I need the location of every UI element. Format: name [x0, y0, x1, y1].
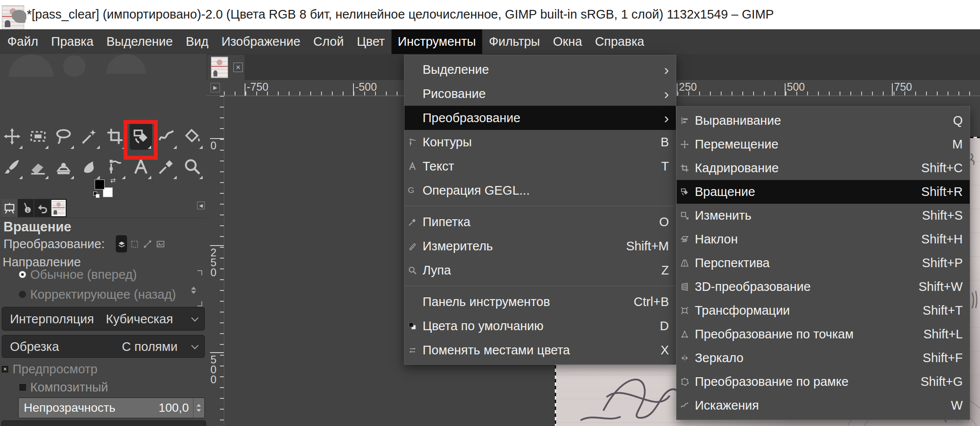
tools-menu-item-default-colors[interactable]: Цвета по умолчаниюD — [404, 314, 676, 338]
zoom-icon — [183, 158, 201, 176]
menubar-item-image[interactable]: Изображение — [215, 29, 307, 54]
menu-item-label: Лупа — [423, 263, 655, 278]
menubar-item-colors[interactable]: Цвет — [350, 29, 391, 54]
interpolation-dropdown[interactable]: Интерполяция Кубическая — [2, 307, 205, 331]
menubar-item-layer[interactable]: Слой — [307, 29, 350, 54]
menubar-item-edit[interactable]: Правка — [45, 29, 100, 54]
tool-crop[interactable] — [104, 123, 126, 150]
menu-item-shortcut: Shift+M — [626, 239, 669, 253]
layer-icon — [117, 240, 126, 249]
submenu-arrow-icon: › — [664, 63, 669, 76]
shear-icon — [680, 234, 695, 245]
tool-clone[interactable] — [52, 153, 75, 180]
tool-free-select[interactable] — [52, 123, 75, 150]
unified-icon — [680, 306, 695, 316]
undo-icon — [36, 202, 49, 215]
dock-tab-device-status[interactable] — [18, 199, 34, 217]
foreground-color-swatch[interactable] — [95, 180, 105, 189]
menubar-item-filters[interactable]: Фильтры — [482, 29, 546, 54]
menu-item-shortcut: Shift+L — [923, 327, 963, 341]
warp-icon — [157, 127, 175, 145]
tool-color-picker[interactable] — [155, 153, 178, 180]
tool-zoom[interactable] — [181, 153, 204, 180]
vruler-label-250: 250 — [207, 245, 224, 279]
opacity-spinner[interactable] — [193, 398, 204, 418]
tools-menu-item-selection-tools[interactable]: Выделение› — [404, 57, 676, 82]
tool-bucket-fill[interactable] — [181, 123, 204, 150]
transform-menu-item-warp[interactable]: ИскаженияW — [677, 394, 970, 417]
opacity-slider[interactable]: Непрозрачность 100,0 — [18, 398, 205, 418]
transform-target-layer[interactable] — [116, 235, 127, 252]
transform-target-image[interactable] — [155, 235, 166, 252]
tools-menu-item-text[interactable]: ТекстT — [404, 154, 676, 178]
menubar-item-help[interactable]: Справка — [589, 29, 651, 54]
transform-menu-item-handle-transform[interactable]: Преобразование по точкамShift+L — [677, 322, 970, 346]
guides-dropdown[interactable]: Направляющие Без напра... — [1, 420, 206, 426]
radio-direction-normal[interactable]: Обычное (вперед) — [19, 267, 137, 282]
transform-menu-item-flip[interactable]: ЗеркалоShift+F — [677, 346, 970, 370]
transform-target-selection[interactable] — [129, 235, 140, 252]
bracket-top — [197, 270, 202, 275]
tools-menu-item-measure[interactable]: ИзмерительShift+M — [404, 234, 676, 258]
tool-smudge[interactable] — [78, 153, 101, 180]
dock-tab-image-thumbnail[interactable] — [51, 199, 67, 217]
clipping-dropdown[interactable]: Обрезка С полями — [2, 335, 205, 358]
menubar-item-select[interactable]: Выделение — [100, 29, 179, 54]
tools-menu-item-zoom[interactable]: ЛупаZ — [404, 258, 676, 282]
tool-eraser[interactable] — [27, 153, 49, 180]
tool-warp[interactable] — [155, 123, 178, 150]
menubar-item-file[interactable]: Файл — [1, 29, 45, 54]
tool-paths[interactable] — [104, 153, 126, 180]
tools-menu-item-toolbox[interactable]: Панель инструментовCtrl+B — [404, 290, 676, 314]
menu-item-label: Изменить — [695, 208, 916, 223]
transform-menu-item-rotate[interactable]: ВращениеShift+R — [677, 180, 970, 204]
close-icon[interactable]: × — [233, 63, 243, 72]
tool-move[interactable] — [1, 123, 23, 150]
menu-item-label: Панель инструментов — [423, 295, 628, 309]
transform-menu-item-cage-transform[interactable]: Преобразование по рамкеShift+G — [677, 370, 970, 394]
dock-collapse-button[interactable]: ◀ — [197, 202, 205, 209]
default-colors-icon[interactable] — [93, 192, 97, 196]
submenu-arrow-icon: › — [664, 87, 669, 100]
tools-menu-item-transform-tools[interactable]: Преобразование› — [404, 106, 676, 130]
blank-icon — [408, 64, 423, 75]
tools-menu-item-paths[interactable]: КонтурыB — [404, 130, 676, 154]
ruler-corner-button[interactable]: ▶ — [210, 83, 220, 92]
vertical-ruler[interactable]: 0250500 — [207, 96, 224, 426]
tool-fuzzy-select[interactable] — [78, 123, 101, 150]
transform-menu-item-transform-3d[interactable]: 3D-преобразованиеShift+W — [677, 275, 970, 299]
radio-direction-corrective[interactable]: Корректирующее (назад) — [19, 287, 176, 302]
preview-checkbox[interactable]: × Предпросмотр — [2, 362, 98, 376]
tool-rectangle-select[interactable] — [27, 123, 49, 150]
transform-menu-item-scale[interactable]: ИзменитьShift+S — [677, 204, 970, 227]
image-tab[interactable]: × — [207, 55, 245, 80]
menubar-item-view[interactable]: Вид — [179, 29, 215, 54]
tool-paintbrush[interactable] — [1, 153, 23, 180]
transform-menu-item-align[interactable]: ВыравниваниеQ — [677, 109, 970, 133]
dock-tab-undo-history[interactable] — [34, 199, 50, 217]
dock-tab-tool-options[interactable] — [1, 199, 17, 217]
tools-menu-item-swap-colors[interactable]: Поменять местами цветаX — [404, 338, 676, 362]
tools-menu-item-paint-tools[interactable]: Рисование› — [404, 82, 676, 106]
transform-target-path[interactable] — [142, 235, 153, 252]
transform-menu-item-crop[interactable]: КадрированиеShift+C — [677, 156, 970, 180]
menu-item-shortcut: O — [659, 215, 669, 229]
link-bracket-widget[interactable] — [194, 270, 202, 306]
tools-menu-item-gegl-operation[interactable]: GОперация GEGL... — [404, 178, 676, 202]
paintbrush-icon — [3, 158, 21, 176]
composited-checkbox[interactable]: Композитный — [19, 380, 108, 394]
menubar-item-tools[interactable]: Инструменты — [391, 29, 483, 54]
menu-item-label: Преобразование по точкам — [695, 327, 917, 341]
menubar-item-windows[interactable]: Окна — [547, 29, 589, 54]
transform-menu-item-shear[interactable]: НаклонShift+H — [677, 227, 970, 251]
swap-colors-icon[interactable]: ⇄ — [110, 177, 117, 184]
transform-menu-item-move[interactable]: ПеремещениеM — [677, 133, 970, 156]
transform-menu-item-perspective[interactable]: ПерспективаShift+P — [677, 251, 970, 275]
transform-menu-item-unified-transform[interactable]: ТрансформацииShift+T — [677, 299, 970, 322]
hruler-label--500: -500 — [353, 80, 383, 96]
tools-menu-item-color-picker[interactable]: ПипеткаO — [404, 210, 676, 234]
image-thumbnail — [51, 200, 66, 216]
submenu-arrow-icon: › — [664, 111, 669, 124]
ruler-tick-text: -500 — [355, 81, 377, 93]
blank-icon — [408, 113, 423, 123]
